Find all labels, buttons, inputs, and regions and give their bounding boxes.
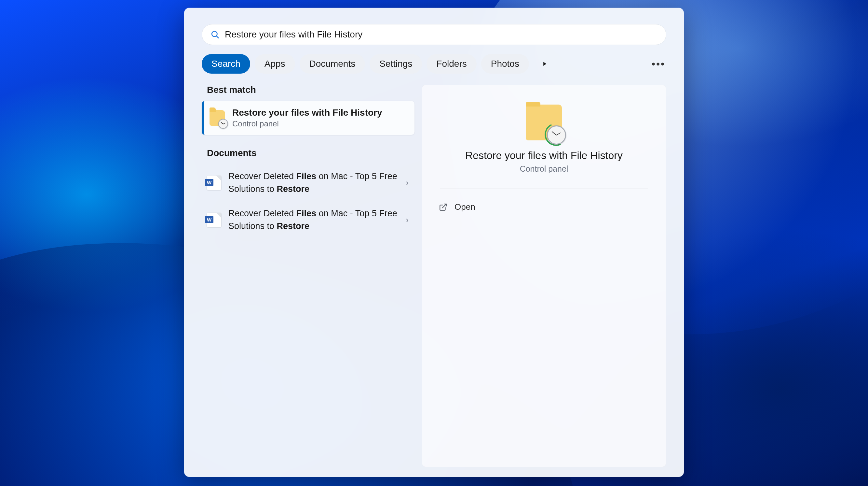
best-match-title: Restore your files with File History [232, 108, 382, 118]
filter-documents[interactable]: Documents [300, 54, 365, 74]
play-icon [542, 61, 548, 67]
search-input[interactable] [225, 29, 657, 40]
open-action[interactable]: Open [437, 199, 477, 215]
search-bar[interactable] [202, 24, 666, 45]
filter-search[interactable]: Search [202, 54, 250, 74]
preview-pane: Restore your files with File History Con… [422, 85, 666, 467]
open-label: Open [455, 202, 475, 212]
filter-settings[interactable]: Settings [370, 54, 422, 74]
divider [440, 189, 647, 189]
word-document-icon [207, 213, 221, 227]
filters-more-button[interactable] [537, 56, 552, 72]
chevron-right-icon: › [406, 215, 409, 225]
filter-folders[interactable]: Folders [427, 54, 476, 74]
search-panel: Search Apps Documents Settings Folders P… [184, 8, 684, 477]
filter-photos[interactable]: Photos [481, 54, 529, 74]
best-match-heading: Best match [207, 85, 414, 95]
svg-line-1 [216, 36, 218, 38]
filter-apps[interactable]: Apps [255, 54, 295, 74]
best-match-subtitle: Control panel [232, 119, 382, 128]
ellipsis-icon: ••• [652, 58, 665, 70]
overflow-menu-button[interactable]: ••• [651, 56, 666, 72]
search-icon [211, 30, 220, 39]
results-column: Best match Restore your files with File … [202, 85, 414, 467]
open-icon [439, 203, 447, 211]
word-document-icon [207, 176, 221, 190]
document-title: Recover Deleted Files on Mac - Top 5 Fre… [228, 207, 399, 233]
document-title: Recover Deleted Files on Mac - Top 5 Fre… [228, 170, 399, 195]
documents-heading: Documents [207, 148, 414, 158]
document-result-item[interactable]: Recover Deleted Files on Mac - Top 5 Fre… [202, 164, 414, 201]
preview-subtitle: Control panel [520, 164, 568, 174]
best-match-item[interactable]: Restore your files with File History Con… [202, 101, 414, 135]
preview-title: Restore your files with File History [465, 149, 623, 162]
filter-row: Search Apps Documents Settings Folders P… [202, 54, 666, 74]
file-history-icon [526, 105, 562, 140]
svg-line-2 [442, 204, 446, 208]
chevron-right-icon: › [406, 178, 409, 188]
file-history-icon [210, 110, 225, 126]
document-result-item[interactable]: Recover Deleted Files on Mac - Top 5 Fre… [202, 201, 414, 238]
